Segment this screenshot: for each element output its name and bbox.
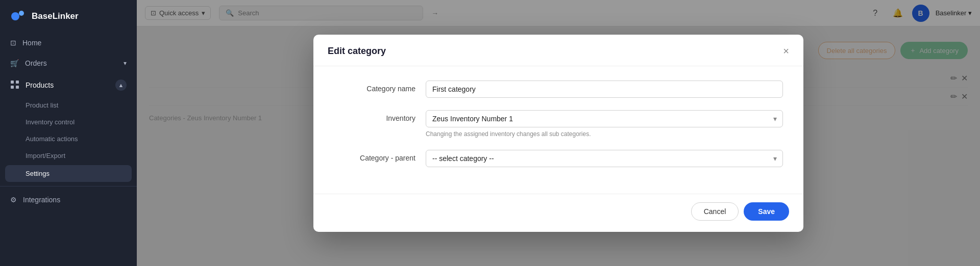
product-list-label: Product list <box>26 101 58 109</box>
sidebar-item-orders[interactable]: 🛒 Orders ▾ <box>0 53 137 73</box>
inventory-select-wrap: Zeus Inventory Number 1 ▾ <box>426 110 783 127</box>
modal-close-button[interactable]: × <box>783 46 789 56</box>
products-icon <box>10 80 19 91</box>
cancel-button[interactable]: Cancel <box>691 202 739 221</box>
sidebar-item-products[interactable]: Products ▲ <box>0 73 137 97</box>
modal-footer: Cancel Save <box>313 194 803 232</box>
category-parent-wrap: -- select category -- ▾ <box>426 150 783 167</box>
inventory-hint: Changing the assigned inventory changes … <box>426 130 783 138</box>
import-export-label: Import/Export <box>26 152 65 159</box>
products-label: Products <box>26 81 54 89</box>
automatic-actions-label: Automatic actions <box>26 135 78 143</box>
modal-title: Edit category <box>328 46 386 57</box>
save-button[interactable]: Save <box>744 202 789 221</box>
sidebar-item-inventory-control[interactable]: Inventory control <box>0 114 137 130</box>
sidebar-item-import-export[interactable]: Import/Export <box>0 147 137 164</box>
inventory-wrap: Zeus Inventory Number 1 ▾ Changing the a… <box>426 110 783 138</box>
products-section: Products ▲ Product list Inventory contro… <box>0 73 137 183</box>
products-chevron-icon: ▲ <box>115 79 127 91</box>
form-row-inventory: Inventory Zeus Inventory Number 1 ▾ Chan… <box>334 110 783 138</box>
inventory-select[interactable]: Zeus Inventory Number 1 <box>426 110 783 127</box>
sidebar-logo[interactable]: BaseLinker <box>0 0 137 33</box>
sidebar-item-orders-label: Orders <box>25 59 117 67</box>
integrations-icon: ⚙ <box>10 196 17 204</box>
category-name-label: Category name <box>334 81 415 93</box>
edit-category-modal: Edit category × Category name Inventory <box>313 35 803 232</box>
svg-rect-5 <box>16 86 19 89</box>
modal-overlay: Edit category × Category name Inventory <box>137 0 980 266</box>
svg-point-0 <box>11 12 19 20</box>
sidebar: BaseLinker ⊡ Home 🛒 Orders ▾ Products ▲ … <box>0 0 137 266</box>
sidebar-item-integrations[interactable]: ⚙ Integrations <box>0 190 137 210</box>
orders-chevron-icon: ▾ <box>124 60 127 67</box>
svg-rect-2 <box>11 81 14 84</box>
settings-label: Settings <box>26 170 50 177</box>
svg-point-1 <box>19 11 24 16</box>
home-icon: ⊡ <box>10 39 16 47</box>
category-parent-label: Category - parent <box>334 150 415 162</box>
sidebar-item-settings[interactable]: Settings <box>5 165 132 182</box>
sidebar-item-home[interactable]: ⊡ Home <box>0 33 137 53</box>
category-parent-select[interactable]: -- select category -- <box>426 150 783 167</box>
orders-icon: 🛒 <box>10 59 19 67</box>
inventory-control-label: Inventory control <box>26 118 75 126</box>
sidebar-item-automatic-actions[interactable]: Automatic actions <box>0 130 137 147</box>
category-name-input[interactable] <box>426 81 783 98</box>
sidebar-item-home-label: Home <box>22 39 127 47</box>
modal-header: Edit category × <box>313 35 803 66</box>
logo-icon <box>10 8 27 24</box>
form-row-category-parent: Category - parent -- select category -- … <box>334 150 783 167</box>
svg-rect-4 <box>11 86 14 89</box>
sidebar-item-product-list[interactable]: Product list <box>0 97 137 114</box>
main-content: ⊡ Quick access ▾ 🔍 Search → ? 🔔 B Baseli… <box>137 0 980 266</box>
category-parent-select-wrap: -- select category -- ▾ <box>426 150 783 167</box>
integrations-label: Integrations <box>23 196 127 204</box>
sidebar-divider <box>0 186 137 187</box>
form-row-category-name: Category name <box>334 81 783 98</box>
inventory-label: Inventory <box>334 110 415 122</box>
modal-body: Category name Inventory Zeus Inventory N… <box>313 66 803 194</box>
svg-rect-3 <box>16 81 19 84</box>
app-name: BaseLinker <box>32 11 79 21</box>
category-name-wrap <box>426 81 783 98</box>
